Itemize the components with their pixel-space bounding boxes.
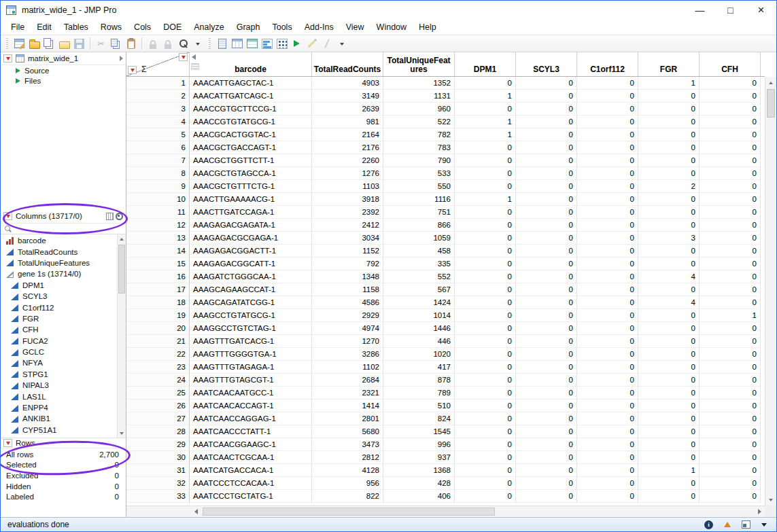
- run-script-icon[interactable]: [290, 37, 303, 50]
- paste-icon[interactable]: [124, 37, 137, 50]
- cell-c1orf112[interactable]: 0: [577, 245, 638, 258]
- cell-totaluniquefeatures[interactable]: 1020: [383, 348, 455, 361]
- cell-totaluniquefeatures[interactable]: 446: [383, 335, 455, 348]
- cell-dpm1[interactable]: 0: [455, 103, 516, 116]
- toolbar-drag-handle[interactable]: [6, 38, 8, 49]
- table-row[interactable]: 19 AAAGCCTGTATGCG-1 2929 1014 0 0 0 0 1: [126, 309, 765, 322]
- cell-totalreadcounts[interactable]: 2639: [312, 103, 383, 116]
- menu-item[interactable]: Edit: [31, 21, 58, 33]
- menu-item[interactable]: DOE: [157, 21, 188, 33]
- cell-totaluniquefeatures[interactable]: 458: [383, 245, 455, 258]
- toolbar-drag-handle[interactable]: [209, 38, 211, 49]
- row-number[interactable]: 28: [126, 425, 190, 438]
- scrollbar-thumb[interactable]: [118, 245, 125, 294]
- cell-totalreadcounts[interactable]: 792: [312, 258, 383, 270]
- cell-barcode[interactable]: AAAGAGACGCGAGA-1: [190, 232, 312, 245]
- cell-barcode[interactable]: AAATCAACTCGCAA-1: [190, 451, 312, 464]
- column-list-item[interactable]: CYP51A1: [1, 425, 126, 436]
- scroll-down-icon[interactable]: [118, 429, 126, 438]
- cell-dpm1[interactable]: 0: [455, 335, 516, 348]
- cell-cfh[interactable]: 0: [700, 464, 761, 477]
- cell-fgr[interactable]: 0: [638, 219, 700, 232]
- menu-item[interactable]: Help: [413, 21, 443, 33]
- table-row[interactable]: 10 AAACTTGAAAAACG-1 3918 1116 1 0 0 0 0: [126, 193, 765, 206]
- cell-totalreadcounts[interactable]: 2412: [312, 219, 383, 232]
- cell-totaluniquefeatures[interactable]: 567: [383, 283, 455, 296]
- table-row[interactable]: 25 AAATCAACAATGCC-1 2321 789 0 0 0 0 0: [126, 387, 765, 400]
- row-number[interactable]: 25: [126, 387, 190, 400]
- cell-dpm1[interactable]: 0: [455, 451, 516, 464]
- cell-c1orf112[interactable]: 0: [577, 425, 638, 438]
- menu-item[interactable]: Cols: [128, 21, 157, 33]
- cell-c1orf112[interactable]: 0: [577, 464, 638, 477]
- cell-dpm1[interactable]: 0: [455, 154, 516, 167]
- cell-totalreadcounts[interactable]: 956: [312, 477, 383, 490]
- cell-scyl3[interactable]: 0: [516, 283, 577, 296]
- cell-dpm1[interactable]: 1: [455, 193, 516, 206]
- cell-totaluniquefeatures[interactable]: 550: [383, 180, 455, 193]
- cell-dpm1[interactable]: 0: [455, 322, 516, 335]
- cell-fgr[interactable]: 0: [638, 490, 700, 503]
- cell-totalreadcounts[interactable]: 2801: [312, 412, 383, 425]
- cell-totalreadcounts[interactable]: 1102: [312, 361, 383, 374]
- cell-scyl3[interactable]: 0: [516, 348, 577, 361]
- menu-item[interactable]: View: [340, 21, 370, 33]
- cell-barcode[interactable]: AAACGCTGGTTCTT-1: [190, 154, 312, 167]
- cell-cfh[interactable]: 0: [700, 219, 761, 232]
- table-row[interactable]: 21 AAAGTTTGATCACG-1 1270 446 0 0 0 0 0: [126, 335, 765, 348]
- copy-icon[interactable]: [109, 37, 122, 50]
- cell-dpm1[interactable]: 0: [455, 412, 516, 425]
- cell-c1orf112[interactable]: 0: [577, 219, 638, 232]
- cell-fgr[interactable]: 0: [638, 451, 700, 464]
- cell-totalreadcounts[interactable]: 1152: [312, 245, 383, 258]
- cell-cfh[interactable]: 0: [700, 296, 761, 309]
- cell-c1orf112[interactable]: 0: [577, 400, 638, 412]
- cell-scyl3[interactable]: 0: [516, 309, 577, 322]
- cell-barcode[interactable]: AAATCAACCCTATT-1: [190, 425, 312, 438]
- table-row[interactable]: 30 AAATCAACTCGCAA-1 2812 937 0 0 0 0 0: [126, 451, 765, 464]
- cell-totalreadcounts[interactable]: 1270: [312, 335, 383, 348]
- cell-totalreadcounts[interactable]: 4128: [312, 464, 383, 477]
- cell-c1orf112[interactable]: 0: [577, 90, 638, 103]
- columns-settings-icon[interactable]: [116, 213, 123, 220]
- cell-fgr[interactable]: 0: [638, 477, 700, 490]
- column-list-item[interactable]: TotalUniqueFeatures: [1, 258, 126, 268]
- cell-fgr[interactable]: 0: [638, 141, 700, 154]
- row-number[interactable]: 12: [126, 219, 190, 232]
- cell-c1orf112[interactable]: 0: [577, 232, 638, 245]
- cell-totaluniquefeatures[interactable]: 782: [383, 128, 455, 141]
- columns-list-scrollbar[interactable]: [117, 234, 126, 438]
- cell-totaluniquefeatures[interactable]: 428: [383, 477, 455, 490]
- scrollbar-thumb[interactable]: [767, 89, 775, 118]
- cell-dpm1[interactable]: 0: [455, 361, 516, 374]
- cell-barcode[interactable]: AAAGTTTGGGGTGA-1: [190, 348, 312, 361]
- cell-totaluniquefeatures[interactable]: 937: [383, 451, 455, 464]
- cell-totaluniquefeatures[interactable]: 1059: [383, 232, 455, 245]
- search-icon[interactable]: [176, 37, 189, 50]
- cell-scyl3[interactable]: 0: [516, 128, 577, 141]
- cell-c1orf112[interactable]: 0: [577, 283, 638, 296]
- cell-dpm1[interactable]: 1: [455, 116, 516, 128]
- cell-scyl3[interactable]: 0: [516, 154, 577, 167]
- cell-c1orf112[interactable]: 0: [577, 374, 638, 387]
- cell-totaluniquefeatures[interactable]: 824: [383, 412, 455, 425]
- row-number[interactable]: 29: [126, 438, 190, 451]
- cell-totalreadcounts[interactable]: 981: [312, 116, 383, 128]
- cell-c1orf112[interactable]: 0: [577, 438, 638, 451]
- columns-view-icon[interactable]: [106, 213, 114, 220]
- cell-scyl3[interactable]: 0: [516, 219, 577, 232]
- table-script-item[interactable]: Source: [1, 65, 126, 75]
- cell-scyl3[interactable]: 0: [516, 374, 577, 387]
- cell-c1orf112[interactable]: 0: [577, 348, 638, 361]
- cell-totalreadcounts[interactable]: 3149: [312, 90, 383, 103]
- cell-scyl3[interactable]: 0: [516, 425, 577, 438]
- cell-fgr[interactable]: 0: [638, 128, 700, 141]
- menu-item[interactable]: Tools: [266, 21, 298, 33]
- menu-item[interactable]: Graph: [230, 21, 266, 33]
- cell-c1orf112[interactable]: 0: [577, 103, 638, 116]
- cell-fgr[interactable]: 4: [638, 270, 700, 283]
- maximize-button[interactable]: □: [715, 1, 746, 20]
- table-row[interactable]: 32 AAATCCCTCCACAA-1 956 428 0 0 0 0 0: [126, 477, 765, 490]
- info-icon[interactable]: i: [704, 520, 713, 529]
- cell-totaluniquefeatures[interactable]: 751: [383, 206, 455, 219]
